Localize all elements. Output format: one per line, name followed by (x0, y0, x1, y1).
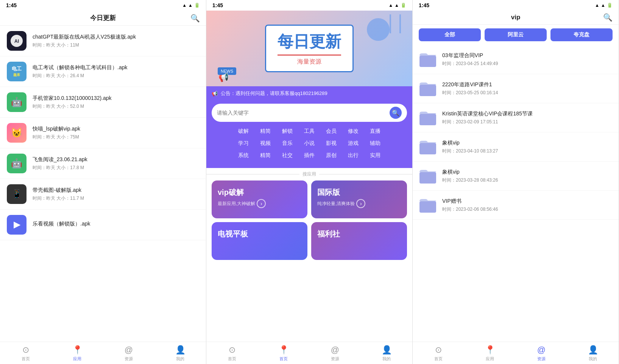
tag-0-0[interactable]: 破解 (234, 126, 253, 136)
tag-2-6[interactable]: 实用 (366, 151, 384, 160)
app-item-2[interactable]: 🤖 手机管家10.0.132(10000132).apk 时间：昨天 大小：52… (0, 87, 206, 118)
right-nav-mine[interactable]: 👤 我的 (567, 342, 619, 364)
middle-nav-home[interactable]: ⊙ 首页 (206, 342, 258, 364)
tag-1-0[interactable]: 学习 (234, 138, 253, 148)
tag-0-1[interactable]: 精简 (256, 126, 274, 136)
vip-info-3: 象棋vip 时间：2023-04-10 08:13:27 (442, 140, 613, 154)
app-info-4: 飞鱼阅读_23.06.21.apk 时间：昨天 大小：17.8 M (33, 156, 200, 171)
left-nav-resources-label: 资源 (125, 356, 133, 362)
vip-item-3[interactable]: 象棋vip 时间：2023-04-10 08:13:27 (413, 132, 619, 162)
app-icon-5: 📱 (6, 184, 27, 205)
middle-panel: 1:45 ▲ ▲ 🔋 每日更新 海量资源 NEWS 📢 📢 公 (206, 0, 413, 364)
right-search-icon[interactable]: 🔍 (603, 13, 613, 22)
m-apps-icon: 📍 (279, 345, 289, 355)
featured-international[interactable]: 国际版 纯净轻量,清爽体验 › (311, 180, 407, 218)
tag-2-3[interactable]: 插件 (300, 151, 318, 160)
middle-nav-mine[interactable]: 👤 我的 (361, 342, 412, 364)
svg-rect-2 (419, 56, 436, 67)
vip-item-2[interactable]: Kristin英语课堂核心VIP会课程185节课 时间：2023-02-09 1… (413, 103, 619, 132)
search-input[interactable] (217, 110, 387, 116)
featured-welfare[interactable]: 福利社 (311, 222, 407, 260)
tag-1-2[interactable]: 音乐 (278, 138, 296, 148)
tag-0-6[interactable]: 直播 (366, 126, 384, 136)
middle-nav-resources[interactable]: @ 资源 (309, 342, 361, 364)
app-item-1[interactable]: 电工题库 电工考试（解锁各种电工考试科目）.apk 时间：昨天 大小：26.4 … (0, 56, 206, 87)
app-item-4[interactable]: 🤖 飞鱼阅读_23.06.21.apk 时间：昨天 大小：17.8 M (0, 148, 206, 179)
left-search-icon[interactable]: 🔍 (190, 14, 200, 23)
featured-vip[interactable]: vip破解 最新应用,大神破解 › (212, 180, 307, 218)
featured-intl-arrow: › (356, 199, 365, 208)
left-nav-resources[interactable]: @ 资源 (103, 342, 154, 364)
filter-all[interactable]: 全部 (419, 28, 481, 41)
vip-item-1[interactable]: 2220年道路VIP课件1 时间：2023-05-25 00:16:14 (413, 74, 619, 103)
tag-0-4[interactable]: 会员 (322, 126, 340, 136)
folder-svg-4 (419, 167, 437, 185)
right-nav-apps-label: 应用 (486, 356, 494, 362)
middle-wifi-icon: ▲ (394, 3, 399, 8)
r-mine-icon: 👤 (588, 345, 598, 355)
vip-item-5[interactable]: VIP赠书 时间：2023-02-06 08:56:46 (413, 191, 619, 220)
right-nav-mine-label: 我的 (589, 356, 597, 362)
tag-0-5[interactable]: 修改 (344, 126, 362, 136)
tag-2-5[interactable]: 出行 (344, 151, 362, 160)
right-title: vip (511, 14, 521, 21)
featured-tv[interactable]: 电视平板 (212, 222, 307, 260)
middle-status-time: 1:45 (212, 2, 223, 8)
right-signal-icon: ▲ (595, 3, 599, 8)
search-button[interactable]: 🔍 (390, 107, 402, 119)
left-apps-container: AI chatGPT最新版在线Ai机器人V25极速版.apk 时间：昨天 大小：… (0, 26, 206, 240)
notice-bar: 📢 公告：遇到任何问题，请联系客服qq1802196289 (206, 86, 412, 101)
right-nav-home-label: 首页 (434, 356, 443, 362)
tag-1-5[interactable]: 游戏 (344, 138, 362, 148)
left-nav-mine-label: 我的 (176, 356, 184, 362)
app-name-6: 乐看视频（解锁版）.apk (33, 221, 200, 227)
left-status-time: 1:45 (6, 2, 17, 8)
app-item-3[interactable]: 😺 快喵_lsp破解vip.apk 时间：昨天 大小：75M (0, 118, 206, 148)
app-info-1: 电工考试（解锁各种电工考试科目）.apk 时间：昨天 大小：26.4 M (33, 64, 200, 79)
left-nav-home[interactable]: ⊙ 首页 (0, 342, 51, 364)
app-item-0[interactable]: AI chatGPT最新版在线Ai机器人V25极速版.apk 时间：昨天 大小：… (0, 26, 206, 56)
tag-2-4[interactable]: 原创 (322, 151, 340, 160)
banner-content: 每日更新 海量资源 NEWS 📢 (265, 25, 354, 72)
middle-nav-apps[interactable]: 📍 首页 (258, 342, 309, 364)
tag-1-1[interactable]: 视频 (256, 138, 274, 148)
right-panel: 1:45 ▲ ▲ 🔋 vip 🔍 全部 阿里云 夸克盘 03年监理合同VIP 时… (413, 0, 619, 364)
r-apps-icon: 📍 (485, 345, 495, 355)
tag-0-2[interactable]: 解锁 (278, 126, 296, 136)
app-name-3: 快喵_lsp破解vip.apk (33, 126, 200, 132)
tag-1-3[interactable]: 小说 (300, 138, 318, 148)
left-nav-mine[interactable]: 👤 我的 (154, 342, 206, 364)
right-status-icons: ▲ ▲ 🔋 (595, 3, 613, 8)
filter-quark[interactable]: 夸克盘 (550, 28, 613, 41)
tag-2-2[interactable]: 社交 (278, 151, 296, 160)
svg-rect-5 (419, 143, 436, 154)
featured-tv-title: 电视平板 (218, 229, 301, 239)
filter-aliyun[interactable]: 阿里云 (485, 28, 547, 41)
tag-1-6[interactable]: 辅助 (366, 138, 384, 148)
divider-text: 搜应用 (302, 171, 316, 177)
featured-intl-title: 国际版 (317, 187, 401, 198)
app-icon-4: 🤖 (6, 153, 27, 174)
vip-info-1: 2220年道路VIP课件1 时间：2023-05-25 00:16:14 (442, 81, 613, 96)
svg-rect-6 (419, 172, 436, 184)
tag-1-4[interactable]: 影视 (322, 138, 340, 148)
left-nav-apps[interactable]: 📍 应用 (51, 342, 103, 364)
divider-line: 搜应用 (206, 168, 412, 180)
right-header: vip 🔍 (413, 11, 619, 25)
left-status-icons: ▲ ▲ 🔋 (182, 3, 200, 8)
vip-item-0[interactable]: 03年监理合同VIP 时间：2023-04-25 14:49:49 (413, 45, 619, 74)
app-item-5[interactable]: 📱 带壳截图-破解版.apk 时间：昨天 大小：11.7 M (0, 179, 206, 210)
right-nav-resources[interactable]: @ 资源 (516, 342, 567, 364)
banner-title: 每日更新 (278, 31, 341, 52)
vip-date-5: 时间：2023-02-06 08:56:46 (442, 206, 613, 213)
vip-item-4[interactable]: 象棋vip 时间：2023-03-28 08:43:26 (413, 162, 619, 191)
tag-2-1[interactable]: 精简 (256, 151, 274, 160)
right-nav-home[interactable]: ⊙ 首页 (413, 342, 464, 364)
right-nav-apps[interactable]: 📍 应用 (464, 342, 516, 364)
app-meta-0: 时间：昨天 大小：11M (33, 42, 200, 48)
app-meta-5: 时间：昨天 大小：11.7 M (33, 195, 200, 202)
tag-2-0[interactable]: 系统 (234, 151, 253, 160)
tag-0-3[interactable]: 工具 (300, 126, 318, 136)
app-item-6[interactable]: ▶ 乐看视频（解锁版）.apk (0, 210, 206, 240)
featured-vip-sub: 最新应用,大神破解 › (218, 199, 301, 208)
